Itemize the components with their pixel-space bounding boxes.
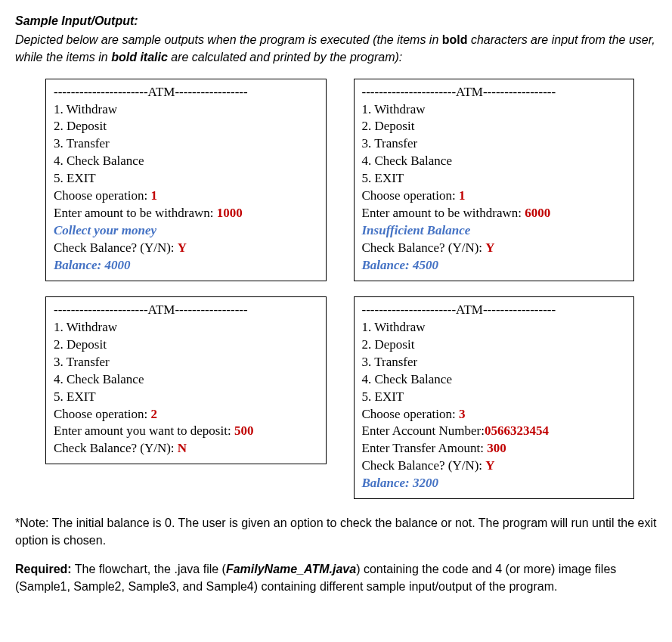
prompt-label: Choose operation: [54, 407, 150, 421]
menu-item: 5. EXIT [362, 389, 627, 406]
prompt-label: Check Balance? (Y/N): [54, 240, 178, 255]
atm-header: ----------------------ATM---------------… [54, 84, 318, 101]
menu-item: 2. Deposit [54, 337, 318, 354]
intro-pre: Depicted below are sample outputs when t… [15, 33, 442, 46]
menu-item: 4. Check Balance [362, 371, 627, 389]
prompt-label: Enter Account Number: [362, 423, 485, 438]
user-input: 0566323454 [485, 423, 549, 438]
sample-grid: ----------------------ATM---------------… [15, 79, 657, 500]
prompt-label: Enter amount to be withdrawn: [362, 206, 525, 220]
user-input: Y [178, 240, 187, 255]
intro-bold-word: bold [442, 33, 468, 46]
prompt-label: Choose operation: [54, 188, 150, 203]
intro-paragraph: Depicted below are sample outputs when t… [15, 31, 657, 66]
menu-item: 1. Withdraw [54, 319, 318, 337]
program-output: Insufficient Balance [362, 222, 627, 240]
prompt-line: Enter Transfer Amount: 300 [362, 440, 627, 457]
user-input: 500 [234, 423, 254, 438]
required-pre: The flowchart, the .java file ( [72, 563, 226, 575]
sample-box-2: ----------------------ATM---------------… [354, 79, 635, 281]
menu-item: 5. EXIT [362, 170, 627, 188]
prompt-label: Check Balance? (Y/N): [54, 441, 178, 455]
menu-item: 4. Check Balance [54, 153, 318, 170]
menu-item: 3. Transfer [54, 135, 318, 153]
user-input: 3 [459, 407, 466, 421]
program-output: Balance: 4500 [362, 257, 627, 274]
required-paragraph: Required: The flowchart, the .java file … [15, 560, 657, 595]
prompt-line: Choose operation: 1 [54, 188, 318, 205]
menu-item: 5. EXIT [54, 389, 318, 406]
user-input: 1 [150, 188, 157, 203]
prompt-line: Enter amount to be withdrawn: 1000 [54, 205, 318, 222]
atm-header: ----------------------ATM---------------… [54, 302, 318, 319]
atm-header: ----------------------ATM---------------… [362, 302, 627, 319]
menu-item: 1. Withdraw [362, 101, 627, 119]
prompt-line: Check Balance? (Y/N): Y [54, 240, 318, 257]
program-output: Balance: 3200 [362, 475, 627, 492]
intro-post: are calculated and printed by the progra… [168, 51, 402, 64]
prompt-line: Choose operation: 2 [54, 406, 318, 423]
prompt-label: Enter Transfer Amount: [362, 441, 488, 455]
menu-item: 2. Deposit [362, 118, 627, 135]
prompt-label: Choose operation: [362, 188, 459, 203]
required-label: Required: [15, 563, 72, 575]
menu-item: 4. Check Balance [54, 371, 318, 389]
program-output: Balance: 4000 [54, 257, 318, 274]
note-paragraph: *Note: The initial balance is 0. The use… [15, 514, 657, 549]
prompt-line: Choose operation: 3 [362, 406, 627, 423]
section-heading: Sample Input/Output: [15, 12, 657, 29]
intro-bolditalic-word: bold italic [111, 51, 168, 64]
menu-item: 4. Check Balance [362, 153, 627, 170]
prompt-line: Check Balance? (Y/N): N [54, 440, 318, 457]
prompt-label: Check Balance? (Y/N): [362, 240, 486, 255]
menu-item: 3. Transfer [54, 354, 318, 371]
user-input: 2 [150, 407, 157, 421]
prompt-line: Enter amount you want to deposit: 500 [54, 423, 318, 440]
menu-item: 1. Withdraw [54, 101, 318, 119]
prompt-line: Choose operation: 1 [362, 188, 627, 205]
user-input: 300 [487, 441, 506, 455]
user-input: N [178, 441, 187, 455]
sample-box-1: ----------------------ATM---------------… [45, 79, 327, 281]
menu-item: 1. Withdraw [362, 319, 627, 337]
program-output: Collect your money [54, 222, 318, 240]
prompt-label: Enter amount to be withdrawn: [54, 206, 217, 220]
prompt-line: Check Balance? (Y/N): Y [362, 240, 627, 257]
user-input: Y [485, 458, 494, 473]
user-input: Y [485, 240, 494, 255]
menu-item: 5. EXIT [54, 170, 318, 188]
sample-box-4: ----------------------ATM---------------… [354, 296, 635, 499]
user-input: 1000 [217, 206, 243, 220]
prompt-line: Enter Account Number:0566323454 [362, 423, 627, 440]
atm-header: ----------------------ATM---------------… [362, 84, 627, 101]
user-input: 6000 [525, 206, 550, 220]
prompt-label: Enter amount you want to deposit: [54, 423, 234, 438]
prompt-label: Choose operation: [362, 407, 459, 421]
menu-item: 2. Deposit [54, 118, 318, 135]
menu-item: 3. Transfer [362, 354, 627, 371]
menu-item: 3. Transfer [362, 135, 627, 153]
user-input: 1 [459, 188, 466, 203]
menu-item: 2. Deposit [362, 337, 627, 354]
required-filename: FamilyName_ATM.java [226, 563, 356, 575]
prompt-line: Check Balance? (Y/N): Y [362, 457, 627, 475]
prompt-line: Enter amount to be withdrawn: 6000 [362, 205, 627, 222]
sample-box-3: ----------------------ATM---------------… [45, 296, 327, 464]
prompt-label: Check Balance? (Y/N): [362, 458, 486, 473]
